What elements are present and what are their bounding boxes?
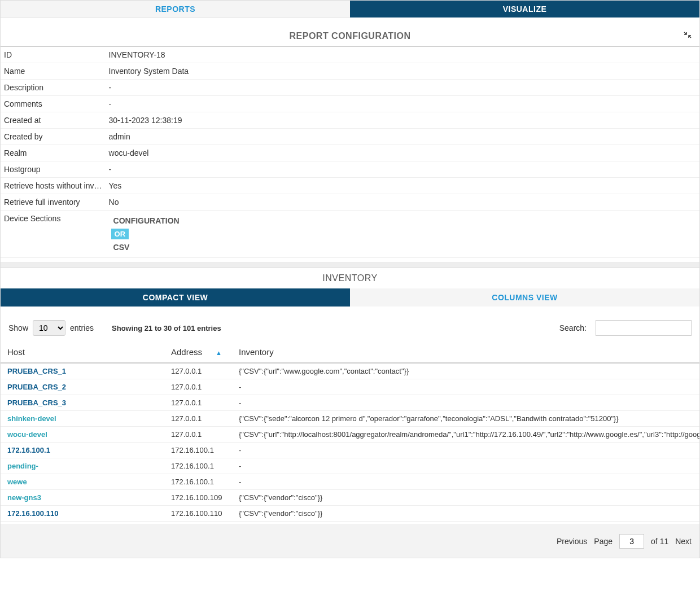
tab-visualize[interactable]: VISUALIZE — [350, 1, 699, 17]
section-divider — [1, 262, 699, 268]
page-size-select[interactable]: 102550100 — [33, 320, 65, 336]
config-key: Retrieve full inventory — [1, 194, 106, 211]
cell-host: PRUEBA_CRS_2 — [1, 379, 164, 395]
cell-host: shinken-devel — [1, 411, 164, 427]
cell-inventory: {"CSV":{"sede":"alcorcon 12 primero d","… — [232, 411, 699, 427]
col-header-host[interactable]: Host — [1, 342, 164, 363]
table-row: PRUEBA_CRS_3127.0.0.1- — [1, 395, 699, 411]
host-link[interactable]: PRUEBA_CRS_3 — [7, 399, 66, 407]
cell-host: new-gns3 — [1, 490, 164, 506]
cell-address: 172.16.100.110 — [164, 506, 232, 522]
cell-inventory: {"CSV":{"url":"www.google.com","contact"… — [232, 363, 699, 379]
host-link[interactable]: 172.16.100.110 — [7, 509, 58, 518]
host-link[interactable]: shinken-devel — [7, 414, 56, 423]
config-value: admin — [106, 129, 699, 145]
or-badge: OR — [111, 229, 129, 239]
pager-page-label: Page — [594, 537, 613, 546]
col-header-inventory[interactable]: Inventory — [232, 342, 699, 363]
config-value: - — [106, 161, 699, 178]
cell-address: 127.0.0.1 — [164, 363, 232, 379]
config-value: INVENTORY-18 — [106, 47, 699, 63]
cell-host: wocu-devel — [1, 427, 164, 443]
table-row: pending-172.16.100.1- — [1, 458, 699, 474]
host-link[interactable]: wocu-devel — [7, 430, 47, 439]
table-row: 172.16.100.110172.16.100.110{"CSV":{"ven… — [1, 506, 699, 522]
config-row: NameInventory System Data — [1, 63, 699, 80]
pager-previous[interactable]: Previous — [557, 537, 587, 546]
cell-host: PRUEBA_CRS_1 — [1, 363, 164, 379]
inventory-header: INVENTORY — [1, 268, 699, 288]
config-row: Realmwocu-devel — [1, 145, 699, 161]
tab-reports[interactable]: REPORTS — [1, 1, 350, 17]
device-section-csv: CSV — [109, 240, 696, 254]
table-row: 172.16.100.1172.16.100.1- — [1, 443, 699, 458]
search-label: Search: — [559, 323, 587, 332]
cell-address: 172.16.100.1 — [164, 458, 232, 474]
device-section-configuration: CONFIGURATION — [109, 214, 696, 227]
config-row: Hostgroup- — [1, 161, 699, 178]
search-input[interactable] — [596, 320, 692, 336]
tab-columns-view[interactable]: COLUMNS VIEW — [350, 288, 699, 307]
collapse-icon[interactable] — [684, 31, 692, 41]
host-link[interactable]: wewe — [7, 478, 27, 486]
report-config-title: REPORT CONFIGURATION — [289, 31, 410, 41]
cell-inventory: - — [232, 474, 699, 490]
tab-compact-view[interactable]: COMPACT VIEW — [1, 288, 350, 307]
cell-address: 127.0.0.1 — [164, 427, 232, 443]
cell-inventory: - — [232, 458, 699, 474]
pager-next[interactable]: Next — [675, 537, 692, 546]
config-key: Hostgroup — [1, 161, 106, 178]
top-tabs: REPORTS VISUALIZE — [1, 1, 699, 17]
host-link[interactable]: PRUEBA_CRS_2 — [7, 383, 66, 391]
config-row: Comments- — [1, 96, 699, 112]
table-row: new-gns3172.16.100.109{"CSV":{"vendor":"… — [1, 490, 699, 506]
config-key: Description — [1, 80, 106, 96]
table-row: PRUEBA_CRS_1127.0.0.1{"CSV":{"url":"www.… — [1, 363, 699, 379]
sort-asc-icon: ▲ — [216, 349, 222, 356]
cell-inventory: {"CSV":{"url":"http://localhost:8001/agg… — [232, 427, 699, 443]
config-row: Created byadmin — [1, 129, 699, 145]
config-row: Description- — [1, 80, 699, 96]
cell-inventory: {"CSV":{"vendor":"cisco"}} — [232, 490, 699, 506]
report-config-table: IDINVENTORY-18NameInventory System DataD… — [1, 47, 699, 258]
table-row: shinken-devel127.0.0.1{"CSV":{"sede":"al… — [1, 411, 699, 427]
host-link[interactable]: 172.16.100.1 — [7, 446, 50, 454]
cell-address: 172.16.100.1 — [164, 443, 232, 458]
report-config-header: REPORT CONFIGURATION — [1, 25, 699, 47]
config-value: Inventory System Data — [106, 63, 699, 80]
config-key: Comments — [1, 96, 106, 112]
cell-inventory: - — [232, 379, 699, 395]
host-link[interactable]: new-gns3 — [7, 493, 41, 502]
cell-host: pending- — [1, 458, 164, 474]
cell-host: 172.16.100.110 — [1, 506, 164, 522]
host-link[interactable]: pending- — [7, 462, 38, 470]
config-key: Retrieve hosts without inv… — [1, 178, 106, 194]
col-header-address[interactable]: Address ▲ — [164, 342, 232, 363]
cell-address: 127.0.0.1 — [164, 395, 232, 411]
config-value: Yes — [106, 178, 699, 194]
table-row: wewe172.16.100.1- — [1, 474, 699, 490]
config-row: Retrieve full inventoryNo — [1, 194, 699, 211]
config-row: IDINVENTORY-18 — [1, 47, 699, 63]
cell-inventory: - — [232, 443, 699, 458]
col-header-address-label: Address — [171, 347, 202, 357]
app-container: REPORTS VISUALIZE REPORT CONFIGURATION I… — [0, 0, 700, 558]
cell-host: PRUEBA_CRS_3 — [1, 395, 164, 411]
device-sections-label: Device Sections — [1, 211, 106, 258]
cell-inventory: {"CSV":{"vendor":"cisco"}} — [232, 506, 699, 522]
cell-address: 127.0.0.1 — [164, 411, 232, 427]
pager-of-label: of 11 — [651, 537, 668, 546]
entries-label: entries — [70, 323, 94, 332]
config-value: wocu-devel — [106, 145, 699, 161]
cell-inventory: - — [232, 395, 699, 411]
host-link[interactable]: PRUEBA_CRS_1 — [7, 367, 66, 375]
config-row: Retrieve hosts without inv…Yes — [1, 178, 699, 194]
config-key: ID — [1, 47, 106, 63]
entries-info: Showing 21 to 30 of 101 entries — [112, 324, 221, 332]
view-tabs: COMPACT VIEW COLUMNS VIEW — [1, 288, 699, 307]
inventory-table: Host Address ▲ Inventory PRUEBA_CRS_1127… — [1, 342, 699, 522]
cell-address: 172.16.100.109 — [164, 490, 232, 506]
cell-host: wewe — [1, 474, 164, 490]
pager-page-input[interactable] — [619, 534, 644, 549]
device-sections-value: CONFIGURATION OR CSV — [106, 211, 699, 258]
